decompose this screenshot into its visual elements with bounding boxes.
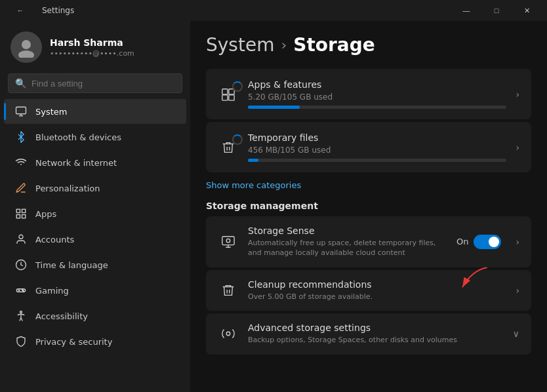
card-title: Temporary files bbox=[248, 132, 506, 143]
advanced-icon bbox=[218, 323, 239, 344]
svg-rect-8 bbox=[22, 215, 26, 218]
sidebar-item-label: Privacy & security bbox=[35, 337, 112, 347]
svg-rect-16 bbox=[222, 88, 228, 94]
svg-point-9 bbox=[19, 235, 23, 239]
svg-rect-18 bbox=[222, 94, 228, 100]
card-usage: 5.20 GB/105 GB used bbox=[248, 92, 506, 102]
back-button[interactable]: ← bbox=[5, 0, 35, 21]
management-cards: Storage Sense Automatically free up spac… bbox=[206, 216, 531, 355]
sidebar-item-system[interactable]: System bbox=[4, 99, 186, 124]
mgmt-card-advanced[interactable]: Advanced storage settings Backup options… bbox=[206, 313, 531, 354]
user-profile[interactable]: Harsh Sharma ••••••••••@••••.com bbox=[0, 21, 190, 71]
chevron-right-icon: › bbox=[516, 237, 519, 247]
sidebar-item-label: System bbox=[35, 107, 67, 117]
user-info: Harsh Sharma ••••••••••@••••.com bbox=[50, 37, 180, 58]
mgmt-desc: Automatically free up space, delete temp… bbox=[248, 238, 447, 258]
loading-spinner bbox=[232, 81, 243, 92]
user-name: Harsh Sharma bbox=[50, 37, 180, 48]
user-email: ••••••••••@••••.com bbox=[50, 49, 180, 58]
mgmt-title: Storage Sense bbox=[248, 225, 447, 236]
mgmt-body: Cleanup recommendations Over 5.00 GB of … bbox=[248, 279, 506, 302]
breadcrumb: System › Storage bbox=[206, 34, 531, 56]
card-body: Temporary files 456 MB/105 GB used bbox=[248, 132, 506, 162]
svg-point-0 bbox=[22, 40, 31, 49]
svg-point-15 bbox=[20, 311, 22, 313]
svg-point-1 bbox=[18, 50, 34, 58]
temp-files-icon bbox=[218, 137, 239, 158]
mgmt-title: Advanced storage settings bbox=[248, 323, 504, 333]
sidebar-item-time[interactable]: Time & language bbox=[4, 252, 186, 277]
storage-sense-icon bbox=[218, 231, 239, 252]
nav-container: System Bluetooth & devices Network & int… bbox=[0, 98, 190, 355]
sidebar-item-network[interactable]: Network & internet bbox=[4, 150, 186, 175]
sidebar-item-label: Accessibility bbox=[35, 311, 88, 321]
svg-rect-19 bbox=[229, 94, 234, 100]
card-body: Apps & features 5.20 GB/105 GB used bbox=[248, 79, 506, 109]
minimize-button[interactable]: — bbox=[451, 0, 481, 21]
breadcrumb-current: Storage bbox=[293, 34, 375, 56]
maximize-button[interactable]: □ bbox=[481, 0, 512, 21]
sidebar-item-label: Apps bbox=[35, 209, 56, 219]
titlebar-controls: — □ ✕ bbox=[451, 0, 542, 21]
network-icon bbox=[14, 156, 28, 169]
toggle-label: On bbox=[456, 237, 468, 246]
sidebar-item-label: Accounts bbox=[35, 235, 74, 245]
chevron-right-icon: › bbox=[516, 89, 519, 100]
svg-rect-7 bbox=[16, 215, 20, 218]
apps-features-icon bbox=[218, 84, 239, 105]
management-section-title: Storage management bbox=[206, 201, 531, 211]
progress-bar-bg bbox=[248, 159, 506, 162]
sidebar-item-privacy[interactable]: Privacy & security bbox=[4, 329, 186, 354]
time-icon bbox=[14, 258, 28, 271]
sidebar-item-gaming[interactable]: Gaming bbox=[4, 278, 186, 303]
mgmt-body: Storage Sense Automatically free up spac… bbox=[248, 225, 447, 258]
close-button[interactable]: ✕ bbox=[512, 0, 542, 21]
personalization-icon bbox=[14, 182, 28, 195]
card-usage: 456 MB/105 GB used bbox=[248, 146, 506, 155]
show-more-button[interactable]: Show more categories bbox=[206, 180, 301, 190]
chevron-right-icon: › bbox=[516, 285, 519, 296]
svg-point-23 bbox=[226, 332, 230, 336]
sidebar-item-label: Network & internet bbox=[35, 158, 117, 168]
search-input[interactable] bbox=[31, 79, 175, 88]
sidebar-item-accounts[interactable]: Accounts bbox=[4, 227, 186, 252]
sidebar-item-label: Time & language bbox=[35, 260, 108, 270]
search-icon: 🔍 bbox=[15, 78, 26, 88]
titlebar-title: Settings bbox=[42, 6, 74, 15]
cleanup-icon bbox=[218, 280, 239, 301]
chevron-down-icon: ∨ bbox=[513, 328, 519, 339]
mgmt-card-storage-sense[interactable]: Storage Sense Automatically free up spac… bbox=[206, 216, 531, 267]
toggle-knob bbox=[489, 237, 499, 247]
titlebar-left: ← Settings bbox=[5, 0, 74, 21]
search-box[interactable]: 🔍 bbox=[8, 73, 182, 93]
svg-rect-6 bbox=[22, 209, 26, 212]
storage-card-temp-files[interactable]: Temporary files 456 MB/105 GB used › bbox=[206, 122, 531, 172]
sidebar-item-label: Gaming bbox=[35, 286, 69, 296]
titlebar: ← Settings — □ ✕ bbox=[0, 0, 547, 21]
svg-rect-20 bbox=[222, 237, 234, 245]
mgmt-desc: Over 5.00 GB of storage available. bbox=[248, 292, 506, 302]
accessibility-icon bbox=[14, 309, 28, 323]
mgmt-body: Advanced storage settings Backup options… bbox=[248, 323, 504, 345]
accounts-icon bbox=[14, 233, 28, 246]
privacy-icon bbox=[14, 335, 28, 348]
sidebar-item-label: Personalization bbox=[35, 184, 100, 193]
sidebar-item-apps[interactable]: Apps bbox=[4, 201, 186, 226]
loading-spinner bbox=[232, 134, 243, 145]
svg-rect-2 bbox=[16, 107, 26, 114]
storage-cards: Apps & features 5.20 GB/105 GB used › Te… bbox=[206, 69, 531, 172]
sidebar: Harsh Sharma ••••••••••@••••.com 🔍 Syste… bbox=[0, 21, 190, 392]
sidebar-item-accessibility[interactable]: Accessibility bbox=[4, 304, 186, 328]
mgmt-title: Cleanup recommendations bbox=[248, 279, 506, 290]
mgmt-desc: Backup options, Storage Spaces, other di… bbox=[248, 335, 504, 345]
system-icon bbox=[14, 105, 28, 118]
toggle-area: On bbox=[456, 235, 501, 249]
mgmt-card-cleanup[interactable]: Cleanup recommendations Over 5.00 GB of … bbox=[206, 270, 531, 311]
progress-bar-fill bbox=[248, 106, 300, 109]
sidebar-item-personalization[interactable]: Personalization bbox=[4, 176, 186, 201]
storage-card-apps-features[interactable]: Apps & features 5.20 GB/105 GB used › bbox=[206, 69, 531, 119]
breadcrumb-parent: System bbox=[206, 34, 274, 56]
sidebar-item-bluetooth[interactable]: Bluetooth & devices bbox=[4, 125, 186, 149]
progress-bar-bg bbox=[248, 106, 506, 109]
storage-sense-toggle[interactable] bbox=[474, 235, 501, 249]
